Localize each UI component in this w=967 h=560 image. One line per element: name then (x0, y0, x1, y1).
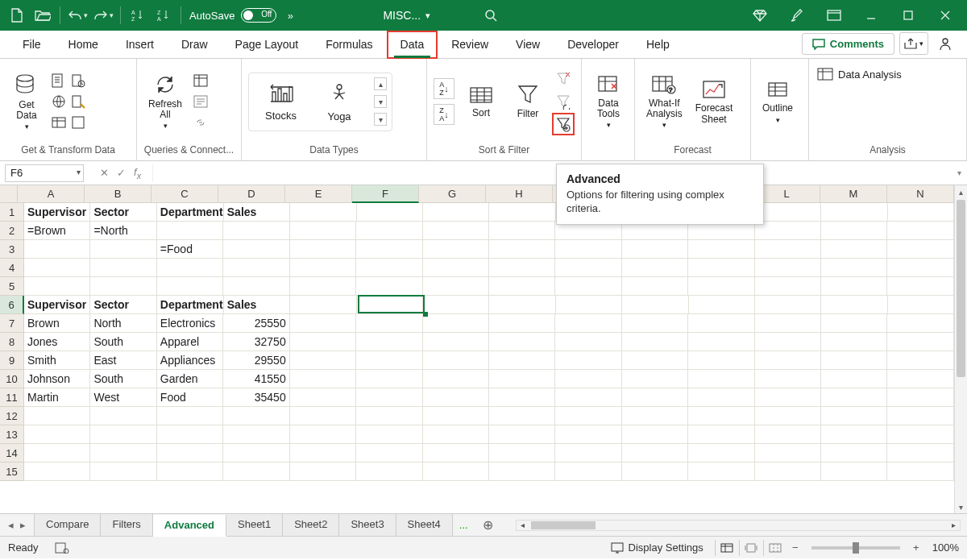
row-header-9[interactable]: 9 (0, 351, 24, 370)
cell-A12[interactable] (24, 407, 90, 425)
cell-N13[interactable] (887, 425, 953, 444)
autosave-toggle[interactable]: AutoSave Off (189, 8, 276, 23)
row-header-1[interactable]: 1 (0, 203, 24, 222)
cell-F11[interactable] (356, 388, 422, 407)
cell-G12[interactable] (423, 407, 489, 425)
cell-B12[interactable] (90, 407, 156, 425)
cell-C2[interactable] (157, 222, 223, 240)
cell-L4[interactable] (755, 259, 821, 277)
sheet-nav-next-icon[interactable]: ▸ (20, 519, 26, 531)
cell-N14[interactable] (887, 444, 953, 463)
cell-E8[interactable] (290, 333, 356, 351)
cell-L8[interactable] (755, 333, 821, 351)
cell-G8[interactable] (423, 333, 489, 351)
sheet-tab-sheet4[interactable]: Sheet4 (396, 514, 453, 536)
cell-L12[interactable] (755, 407, 821, 425)
cell-I3[interactable] (555, 240, 621, 259)
close-icon[interactable] (928, 3, 962, 27)
tab-draw[interactable]: Draw (168, 31, 221, 58)
normal-view-icon[interactable] (715, 540, 739, 556)
cell-M5[interactable] (821, 277, 887, 296)
cell-F8[interactable] (356, 333, 422, 351)
datatype-prev-icon[interactable]: ▴ (374, 77, 387, 90)
page-layout-view-icon[interactable] (739, 540, 763, 556)
redo-icon[interactable]: ▾ (91, 3, 115, 27)
cell-E2[interactable] (290, 222, 356, 240)
cell-E6[interactable] (290, 296, 356, 314)
cell-I15[interactable] (555, 463, 621, 481)
cell-I14[interactable] (555, 444, 621, 463)
cell-F10[interactable] (356, 370, 422, 388)
cell-H11[interactable] (489, 388, 555, 407)
cell-F9[interactable] (356, 351, 422, 370)
from-text-icon[interactable] (50, 72, 68, 89)
zoom-level[interactable]: 100% (932, 541, 959, 554)
row-header-15[interactable]: 15 (0, 463, 24, 481)
cell-K7[interactable] (688, 314, 754, 333)
cell-L3[interactable] (755, 240, 821, 259)
properties-icon[interactable] (192, 93, 210, 110)
cell-H6[interactable] (489, 296, 555, 314)
cell-L1[interactable] (755, 203, 821, 222)
cell-M14[interactable] (821, 444, 887, 463)
tab-data[interactable]: Data (388, 31, 438, 58)
accept-formula-icon[interactable]: ✓ (117, 167, 126, 179)
tab-formulas[interactable]: Formulas (313, 31, 385, 58)
open-file-icon[interactable] (31, 3, 55, 27)
cell-J8[interactable] (622, 333, 688, 351)
sheet-tab-filters[interactable]: Filters (101, 514, 152, 536)
row-header-14[interactable]: 14 (0, 444, 24, 463)
display-settings-button[interactable]: Display Settings (611, 541, 703, 554)
column-header-D[interactable]: D (218, 185, 285, 203)
cell-G13[interactable] (423, 425, 489, 444)
cell-K11[interactable] (688, 388, 754, 407)
cell-E9[interactable] (290, 351, 356, 370)
cell-H14[interactable] (489, 444, 555, 463)
column-header-G[interactable]: G (419, 185, 486, 203)
horizontal-scrollbar[interactable]: ◂ ▸ (516, 520, 961, 531)
cell-F6[interactable] (357, 296, 423, 314)
cell-E4[interactable] (290, 259, 356, 277)
select-all-corner[interactable] (0, 185, 18, 203)
cell-H4[interactable] (489, 259, 555, 277)
worksheet[interactable]: ABCDEFGHIJKLMN 123456789101112131415 Sup… (0, 185, 967, 513)
cell-K14[interactable] (688, 444, 754, 463)
cell-J4[interactable] (622, 259, 688, 277)
cell-G3[interactable] (423, 240, 489, 259)
forecast-sheet-button[interactable]: Forecast Sheet (691, 77, 738, 126)
cell-L11[interactable] (755, 388, 821, 407)
cell-D12[interactable] (223, 407, 289, 425)
formula-input[interactable] (152, 164, 951, 182)
cell-N4[interactable] (887, 259, 953, 277)
cell-A1[interactable]: Supervisor (24, 203, 90, 222)
cell-M7[interactable] (821, 314, 887, 333)
cell-F7[interactable] (356, 314, 422, 333)
cell-D9[interactable]: 29550 (223, 351, 289, 370)
cell-D11[interactable]: 35450 (223, 388, 289, 407)
sort-asc-icon[interactable]: AZ (126, 3, 150, 27)
cell-F5[interactable] (356, 277, 422, 296)
edit-links-icon[interactable] (192, 114, 210, 131)
search-icon[interactable] (479, 3, 503, 27)
row-header-4[interactable]: 4 (0, 259, 24, 277)
cell-C9[interactable]: Appliances (157, 351, 223, 370)
cell-F13[interactable] (356, 425, 422, 444)
cell-H8[interactable] (489, 333, 555, 351)
cell-M8[interactable] (821, 333, 887, 351)
cell-M9[interactable] (821, 351, 887, 370)
cell-E15[interactable] (290, 463, 356, 481)
cell-H3[interactable] (489, 240, 555, 259)
column-header-N[interactable]: N (887, 185, 954, 203)
sort-za-icon[interactable]: ZA↓ (434, 104, 454, 125)
cell-E7[interactable] (290, 314, 356, 333)
cell-C8[interactable]: Apparel (157, 333, 223, 351)
cell-E10[interactable] (290, 370, 356, 388)
sheet-tab-compare[interactable]: Compare (34, 514, 101, 536)
fx-icon[interactable]: fx (134, 166, 141, 180)
cell-M6[interactable] (821, 296, 887, 314)
cell-G1[interactable] (423, 203, 489, 222)
cell-C7[interactable]: Electronics (157, 314, 223, 333)
share-button[interactable]: ▾ (899, 32, 928, 55)
row-header-6[interactable]: 6 (0, 296, 24, 314)
cell-N8[interactable] (887, 333, 953, 351)
